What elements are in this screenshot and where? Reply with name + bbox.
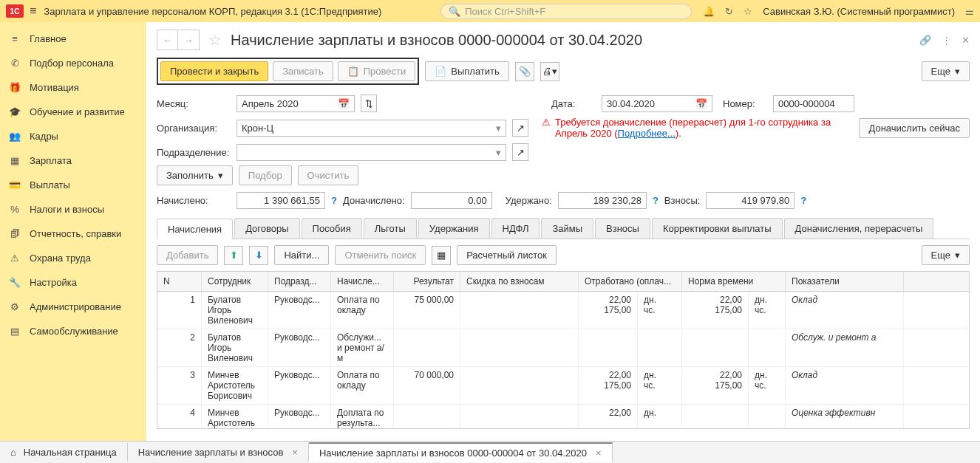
- chevron-down-icon[interactable]: ▾: [491, 123, 501, 134]
- dept-input[interactable]: ▾: [237, 144, 506, 161]
- sidebar-item[interactable]: ▦Зарплата: [0, 148, 146, 173]
- nav-forward-button[interactable]: →: [178, 30, 199, 49]
- kebab-icon[interactable]: ⋮: [942, 35, 951, 46]
- more-button[interactable]: Еще ▾: [922, 61, 970, 81]
- primary-button-group: Провести и закрыть Записать 📋Провести: [157, 58, 419, 85]
- tab[interactable]: НДФЛ: [491, 218, 540, 239]
- month-spin[interactable]: ⇅: [361, 95, 377, 112]
- column-header[interactable]: Норма времени: [682, 272, 786, 291]
- tab[interactable]: Взносы: [595, 218, 650, 239]
- date-input[interactable]: 30.04.2020📅: [602, 95, 712, 112]
- search-input[interactable]: 🔍 Поиск Ctrl+Shift+F: [440, 4, 692, 19]
- grid-more-button[interactable]: Еще ▾: [922, 245, 970, 265]
- save-button[interactable]: Записать: [273, 61, 333, 81]
- tab[interactable]: Начисления: [157, 219, 233, 239]
- tab[interactable]: Займы: [541, 218, 593, 239]
- column-header[interactable]: Показатели: [786, 272, 904, 291]
- recalc-now-button[interactable]: Доначислить сейчас: [859, 118, 970, 138]
- warning-message: ⚠ Требуется доначисление (перерасчет) дл…: [542, 117, 853, 139]
- month-input[interactable]: Апрель 2020📅: [237, 95, 355, 112]
- tab[interactable]: Корректировки выплаты: [652, 218, 783, 239]
- sidebar-item[interactable]: ⚙Администрирование: [0, 295, 146, 319]
- tab[interactable]: Удержания: [418, 218, 490, 239]
- dept-open-button[interactable]: ↗: [512, 143, 528, 161]
- table-row[interactable]: 3Минчев Аристотель БорисовичРуководс...О…: [157, 367, 969, 405]
- tab[interactable]: Льготы: [364, 218, 417, 239]
- post-and-close-button[interactable]: Провести и закрыть: [160, 61, 268, 81]
- calendar-icon[interactable]: 📅: [691, 98, 707, 109]
- close-tab-icon[interactable]: ×: [596, 447, 602, 459]
- table-row[interactable]: 4Минчев АристотельРуководс...Доплата по …: [157, 405, 969, 428]
- column-header[interactable]: N: [157, 272, 202, 291]
- column-header[interactable]: Подразд...: [268, 272, 331, 291]
- sidebar-item[interactable]: ⚠Охрана труда: [0, 246, 146, 270]
- table-row[interactable]: 1Булатов Игорь ВиленовичРуководс...Оплат…: [157, 292, 969, 329]
- help-icon[interactable]: ?: [800, 195, 806, 206]
- history-icon[interactable]: ↻: [725, 6, 733, 17]
- help-icon[interactable]: ?: [331, 195, 337, 206]
- sidebar-item[interactable]: 🎓Обучение и развитие: [0, 100, 146, 124]
- sidebar-item[interactable]: 🗐Отчетность, справки: [0, 222, 146, 246]
- search-icon: 🔍: [449, 6, 460, 17]
- grid-settings-button[interactable]: ▦: [432, 246, 451, 265]
- sidebar-item[interactable]: ✆Подбор персонала: [0, 51, 146, 75]
- sidebar-label: Настройка: [30, 277, 77, 288]
- sidebar-item[interactable]: ▤Самообслуживание: [0, 319, 146, 343]
- bell-icon[interactable]: 🔔: [703, 6, 715, 17]
- menu-burger-icon[interactable]: ≡: [30, 4, 36, 18]
- nav-back-button[interactable]: ←: [157, 30, 178, 49]
- add-row-button[interactable]: Добавить: [157, 245, 218, 265]
- sidebar-item[interactable]: ≡Главное: [0, 27, 146, 51]
- pick-button[interactable]: Подбор: [239, 165, 292, 185]
- sidebar-label: Обучение и развитие: [30, 106, 125, 117]
- fill-button[interactable]: Заполнить ▾: [157, 165, 233, 185]
- home-tab[interactable]: ⌂Начальная страница: [0, 443, 128, 462]
- close-tab-icon[interactable]: ×: [292, 447, 298, 458]
- favorite-star-icon[interactable]: ☆: [208, 31, 222, 49]
- sidebar-icon: ⚙: [9, 301, 21, 312]
- window-tab[interactable]: Начисление зарплаты и взносов×: [128, 443, 309, 462]
- column-header[interactable]: Результат: [394, 272, 460, 291]
- tab[interactable]: Договоры: [234, 218, 299, 239]
- table-row[interactable]: 2Булатов Игорь ВиленовичРуководс...Обслу…: [157, 329, 969, 367]
- post-button[interactable]: 📋Провести: [338, 61, 416, 81]
- settings-icon[interactable]: ⚌: [965, 6, 974, 17]
- attach-button[interactable]: 📎: [515, 62, 534, 81]
- sidebar-item[interactable]: %Налоги и взносы: [0, 197, 146, 222]
- window-tab-active[interactable]: Начисление зарплаты и взносов 0000-00000…: [309, 442, 613, 462]
- calendar-icon[interactable]: 📅: [333, 98, 350, 109]
- print-button[interactable]: 🖨▾: [540, 62, 559, 81]
- chevron-down-icon[interactable]: ▾: [491, 147, 501, 158]
- sidebar-item[interactable]: 👥Кадры: [0, 124, 146, 148]
- column-header[interactable]: Скидка по взносам: [460, 272, 579, 291]
- cancel-find-button[interactable]: Отменить поиск: [335, 245, 426, 265]
- number-label: Номер:: [723, 98, 767, 109]
- tab[interactable]: Доначисления, перерасчеты: [784, 218, 934, 239]
- number-input[interactable]: 0000-000004: [773, 95, 854, 112]
- column-header[interactable]: Отработано (оплач...: [579, 272, 682, 291]
- help-icon[interactable]: ?: [653, 195, 659, 206]
- sidebar-icon: ≡: [9, 33, 21, 44]
- sidebar-item[interactable]: 💳Выплаты: [0, 173, 146, 197]
- find-button[interactable]: Найти...: [274, 245, 329, 265]
- move-up-button[interactable]: ⬆: [224, 246, 243, 265]
- sidebar-label: Отчетность, справки: [30, 228, 121, 239]
- user-label[interactable]: Савинская З.Ю. (Системный программист): [763, 6, 955, 17]
- tab[interactable]: Пособия: [302, 218, 362, 239]
- column-header[interactable]: Сотрудник: [202, 272, 268, 291]
- org-input[interactable]: Крон-Ц▾: [237, 120, 506, 137]
- payslip-button[interactable]: Расчетный листок: [457, 245, 557, 265]
- link-icon[interactable]: 🔗: [919, 35, 931, 46]
- star-icon[interactable]: ☆: [743, 6, 752, 17]
- sidebar-item[interactable]: 🎁Мотивация: [0, 75, 146, 100]
- sidebar-icon: 💳: [9, 179, 21, 191]
- move-down-button[interactable]: ⬇: [249, 246, 268, 265]
- clear-button[interactable]: Очистить: [298, 165, 359, 185]
- sidebar-item[interactable]: 🔧Настройка: [0, 270, 146, 295]
- post-icon: 📋: [347, 66, 359, 77]
- close-icon[interactable]: ✕: [962, 35, 970, 46]
- pay-button[interactable]: 📄Выплатить: [425, 61, 509, 81]
- warning-details-link[interactable]: Подробнее...: [618, 128, 676, 139]
- column-header[interactable]: Начисле...: [331, 272, 394, 291]
- org-open-button[interactable]: ↗: [512, 119, 528, 137]
